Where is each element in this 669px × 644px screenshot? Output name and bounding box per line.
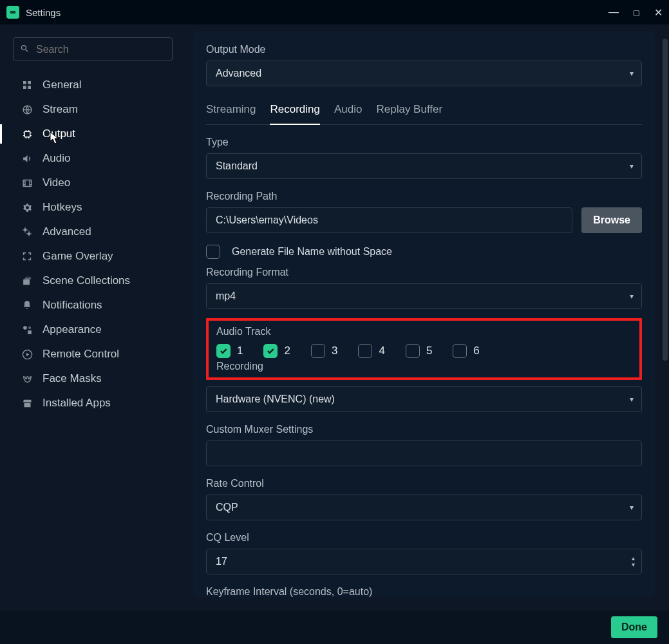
sidebar-item-notifications[interactable]: Notifications [13,293,180,317]
svg-point-1 [14,12,15,14]
muxer-label: Custom Muxer Settings [206,424,642,435]
stepper-arrows-icon[interactable]: ▴▾ [632,556,635,567]
browse-button[interactable]: Browse [581,207,642,233]
svg-rect-12 [24,278,31,279]
type-select[interactable]: Standard ▾ [206,153,642,179]
generate-filename-checkbox[interactable] [206,245,220,259]
sidebar-item-hotkeys[interactable]: Hotkeys [13,195,180,220]
sidebar-item-audio[interactable]: Audio [13,146,180,171]
mask-icon [21,374,33,384]
done-button-label: Done [621,621,647,632]
svg-point-16 [28,326,30,328]
rate-control-select[interactable]: CQP ▾ [206,495,642,520]
chip-icon [21,129,33,140]
sidebar-item-label: Advanced [42,225,91,238]
svg-rect-13 [25,276,31,278]
expand-icon [21,251,33,261]
sidebar-item-video[interactable]: Video [13,171,180,195]
tab-streaming[interactable]: Streaming [206,103,256,124]
sidebar-item-label: Installed Apps [42,397,111,410]
sidebar-item-label: Remote Control [42,348,119,361]
output-mode-value: Advanced [216,68,261,79]
chevron-down-icon: ▾ [630,395,634,404]
audio-track-3-checkbox[interactable] [311,344,325,358]
sidebar-item-label: Appearance [42,323,102,336]
sidebar-item-appearance[interactable]: Appearance [13,317,180,342]
recording-sub-label: Recording [216,361,632,372]
collections-icon [21,276,33,287]
browse-button-label: Browse [593,214,630,226]
scrollbar-thumb[interactable] [663,39,668,361]
play-circle-icon [21,349,33,360]
output-mode-select[interactable]: Advanced ▾ [206,61,642,86]
audio-track-3: 3 [311,344,337,358]
sidebar-item-installed-apps[interactable]: Installed Apps [13,391,180,415]
window-title: Settings [26,7,61,18]
audio-track-6-checkbox[interactable] [453,344,467,358]
audio-track-5: 5 [406,344,432,358]
chevron-down-icon: ▾ [630,69,634,78]
muxer-input[interactable] [206,440,642,466]
close-icon[interactable]: ✕ [654,6,663,19]
audio-track-5-checkbox[interactable] [406,344,420,358]
cq-level-input[interactable]: 17 ▴▾ [206,549,642,574]
recording-format-select[interactable]: mp4 ▾ [206,283,642,309]
audio-track-2-checkbox[interactable] [263,344,278,358]
sidebar-item-game-overlay[interactable]: Game Overlay [13,244,180,269]
audio-track-4-checkbox[interactable] [358,344,372,358]
titlebar: Settings — ◻ ✕ [0,0,669,24]
encoder-select[interactable]: Hardware (NVENC) (new) ▾ [206,386,642,412]
sidebar-item-remote-control[interactable]: Remote Control [13,342,180,366]
rate-control-value: CQP [216,502,238,513]
search-input[interactable] [36,44,165,55]
film-icon [21,178,33,189]
audio-track-3-label: 3 [332,345,337,357]
sidebar-item-label: Scene Collections [42,274,130,287]
type-value: Standard [216,160,258,172]
done-button[interactable]: Done [611,616,657,638]
sidebar-item-general[interactable]: General [13,73,180,97]
tab-recording[interactable]: Recording [270,103,320,125]
sidebar-item-label: Video [42,176,70,189]
sidebar-item-label: Audio [42,152,70,165]
footer: Done [0,611,669,644]
chevron-down-icon: ▾ [630,162,634,171]
store-icon [21,398,33,409]
sidebar-item-stream[interactable]: Stream [13,97,180,122]
sidebar-item-label: Notifications [42,299,102,312]
audio-track-2-label: 2 [284,345,290,357]
svg-point-18 [25,378,26,379]
globe-icon [21,104,33,115]
audio-track-6: 6 [453,344,479,358]
recording-path-input[interactable]: C:\Users\emay\Videos [206,207,572,233]
audio-track-label: Audio Track [216,326,632,337]
cq-level-label: CQ Level [206,532,642,544]
output-tabs: StreamingRecordingAudioReplay Buffer [206,103,642,125]
maximize-icon[interactable]: ◻ [633,8,640,17]
svg-point-9 [24,229,27,232]
svg-point-14 [23,326,27,330]
recording-format-label: Recording Format [206,267,642,278]
svg-point-19 [28,378,28,379]
minimize-icon[interactable]: — [608,6,619,18]
search-input-wrap[interactable] [13,37,173,61]
audio-track-4: 4 [358,344,384,358]
audio-track-6-label: 6 [473,345,479,357]
sidebar-item-face-masks[interactable]: Face Masks [13,366,180,391]
sidebar-item-advanced[interactable]: Advanced [13,220,180,244]
sidebar-item-label: Game Overlay [42,250,113,263]
gears-icon [21,226,33,238]
main-content: Output Mode Advanced ▾ StreamingRecordin… [187,24,669,611]
cq-level-value: 17 [216,556,227,567]
sidebar-item-label: Hotkeys [42,201,82,214]
svg-rect-11 [23,279,30,285]
sidebar-item-scene-collections[interactable]: Scene Collections [13,269,180,293]
bell-icon [21,300,33,310]
audio-track-1: 1 [216,344,243,358]
svg-point-10 [28,232,31,236]
tab-replay-buffer[interactable]: Replay Buffer [376,103,442,124]
audio-track-1-checkbox[interactable] [216,344,231,358]
tab-audio[interactable]: Audio [334,103,362,124]
output-mode-label: Output Mode [206,44,642,55]
sidebar-item-output[interactable]: Output [13,122,180,146]
